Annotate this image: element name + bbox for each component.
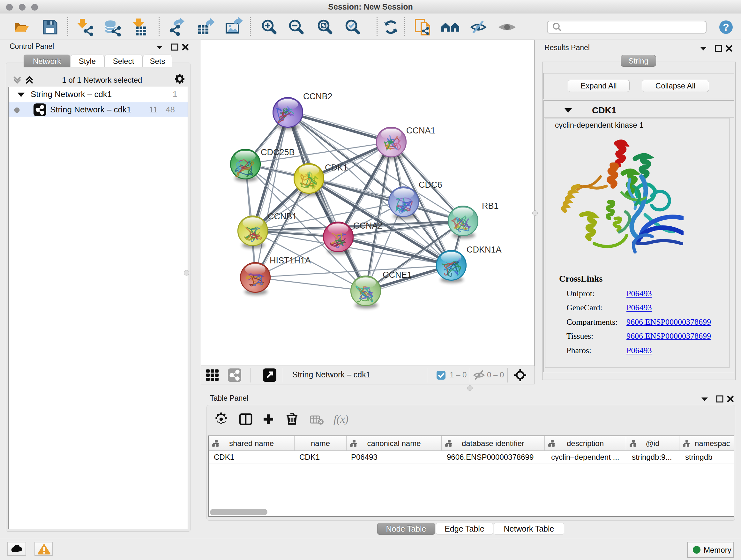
svg-text:CDC6: CDC6: [419, 180, 442, 190]
svg-text:CDC25B: CDC25B: [261, 147, 295, 157]
svg-text:f(x): f(x): [333, 413, 348, 425]
svg-text:CDK1: CDK1: [325, 163, 348, 172]
svg-text:?: ?: [723, 21, 729, 33]
svg-text:CCNB2: CCNB2: [303, 91, 333, 101]
svg-text:RB1: RB1: [482, 201, 499, 211]
svg-text:CCNB1: CCNB1: [268, 212, 297, 221]
svg-text:CCNE1: CCNE1: [383, 270, 412, 280]
svg-text:CCNA2: CCNA2: [353, 221, 383, 231]
svg-text:HIST1H1A: HIST1H1A: [270, 256, 311, 265]
svg-text:CCNA1: CCNA1: [406, 126, 435, 135]
svg-text:CDKN1A: CDKN1A: [467, 245, 502, 254]
